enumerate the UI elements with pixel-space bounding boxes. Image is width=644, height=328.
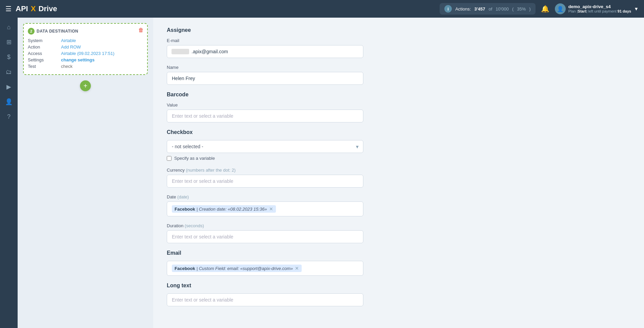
avatar: 👤 — [555, 3, 566, 14]
long-text-input[interactable] — [167, 293, 363, 306]
date-tag-info: | Creation date: «08.02.2023 15:36» — [197, 207, 267, 212]
system-label: System — [28, 38, 58, 43]
card-test-row: Test check — [28, 64, 143, 69]
card-number: 2 — [28, 28, 35, 35]
actions-total-value: 10'000 — [496, 6, 509, 12]
long-text-title: Long text — [167, 283, 630, 289]
checkbox-title: Checkbox — [167, 129, 630, 135]
long-text-field-group — [167, 293, 630, 306]
barcode-value-label: Value — [167, 102, 630, 108]
sidebar-item-home[interactable]: ⌂ — [2, 20, 16, 34]
actions-pct: ( — [512, 6, 514, 12]
sidebar-item-help[interactable]: ? — [2, 110, 16, 123]
main-layout: ⌂ ⊞ $ 🗂 ▶ 👤 ? 2 DATA DESTINATION 🗑 Syste… — [0, 18, 644, 328]
checkbox-select[interactable]: - not selected - — [167, 140, 363, 153]
left-panel: 2 DATA DESTINATION 🗑 System Airtable Act… — [18, 18, 153, 328]
topbar: ☰ APIXDrive i Actions: 3'457 of 10'000 (… — [0, 0, 644, 18]
email-field-group: E-mail — [167, 38, 630, 58]
actions-total: of — [488, 6, 492, 12]
card-system-row: System Airtable — [28, 38, 143, 43]
name-input[interactable] — [167, 72, 363, 85]
barcode-title: Barcode — [167, 92, 630, 98]
date-tag-close-icon[interactable]: ✕ — [269, 206, 273, 212]
actions-count: 3'457 — [474, 6, 485, 12]
name-label: Name — [167, 65, 630, 70]
specify-variable-checkbox[interactable] — [167, 156, 172, 161]
date-tag: Facebook | Creation date: «08.02.2023 15… — [172, 205, 276, 213]
app-logo: APIXDrive — [16, 4, 57, 13]
duration-title: Duration — [167, 223, 183, 228]
sidebar-item-dollar[interactable]: $ — [2, 50, 16, 64]
specify-variable-row: Specify as a variable — [167, 156, 363, 161]
right-panel: Assignee E-mail Name Barcode Value — [153, 18, 644, 328]
date-label: Date (date) — [167, 194, 630, 199]
card-action-row: Action Add ROW — [28, 44, 143, 50]
content-area: 2 DATA DESTINATION 🗑 System Airtable Act… — [18, 18, 644, 328]
sidebar: ⌂ ⊞ $ 🗂 ▶ 👤 ? — [0, 18, 18, 328]
access-label: Access — [28, 51, 58, 56]
change-settings-link[interactable]: change settings — [61, 57, 143, 62]
name-field-group: Name — [167, 65, 630, 85]
user-name: demo_apix-drive_s4 — [568, 4, 631, 9]
system-value: Airtable — [61, 38, 143, 43]
currency-field-group: Currency (numbers after the dot: 2) — [167, 168, 630, 188]
sidebar-item-play[interactable]: ▶ — [2, 80, 16, 94]
duration-label: Duration (seconds) — [167, 223, 630, 228]
email-tag: Facebook | Custom Field: email: «support… — [172, 265, 302, 272]
email-tag-input[interactable]: Facebook | Custom Field: email: «support… — [167, 261, 363, 276]
duration-input[interactable] — [167, 230, 363, 243]
test-label: Test — [28, 64, 58, 69]
email-tag-source: Facebook — [175, 266, 195, 271]
action-label: Action — [28, 44, 58, 50]
sidebar-item-briefcase[interactable]: 🗂 — [2, 65, 16, 79]
currency-input[interactable] — [167, 175, 363, 188]
barcode-input[interactable] — [167, 110, 363, 122]
date-tag-input[interactable]: Facebook | Creation date: «08.02.2023 15… — [167, 201, 363, 216]
settings-label: Settings — [28, 57, 58, 62]
email-field-title: Email — [167, 250, 630, 256]
info-icon: i — [444, 5, 452, 13]
card-settings-row: Settings change settings — [28, 57, 143, 62]
topbar-right: 🔔 👤 demo_apix-drive_s4 Plan |Start| left… — [541, 3, 639, 14]
hamburger-icon[interactable]: ☰ — [5, 5, 12, 13]
user-plan: Plan |Start| left until payment 91 days — [568, 9, 631, 14]
duration-sub: (seconds) — [185, 223, 204, 228]
user-section: 👤 demo_apix-drive_s4 Plan |Start| left u… — [555, 3, 639, 14]
email-tag-info: | Custom Field: email: «support@apix-dri… — [197, 266, 293, 271]
email-label: E-mail — [167, 38, 630, 43]
delete-icon[interactable]: 🗑 — [138, 27, 144, 33]
card-access-row: Access Airtable (09.02.2023 17:51) — [28, 51, 143, 56]
data-destination-card: 2 DATA DESTINATION 🗑 System Airtable Act… — [23, 23, 148, 75]
specify-variable-label[interactable]: Specify as a variable — [174, 156, 215, 161]
date-tag-source: Facebook — [175, 207, 195, 212]
access-value: Airtable (09.02.2023 17:51) — [61, 51, 143, 56]
email-input-wrapper — [167, 45, 363, 58]
checkbox-select-wrapper: - not selected - ▾ — [167, 140, 363, 153]
sidebar-item-grid[interactable]: ⊞ — [2, 35, 16, 49]
email-tag-field-group: Facebook | Custom Field: email: «support… — [167, 261, 630, 276]
action-value: Add ROW — [61, 44, 143, 50]
add-button[interactable]: + — [80, 80, 91, 91]
email-blur — [172, 49, 189, 54]
chevron-down-icon[interactable]: ▼ — [634, 6, 639, 12]
actions-label: Actions: — [455, 6, 471, 12]
test-value: check — [61, 64, 143, 69]
actions-badge: i Actions: 3'457 of 10'000 (35%) — [440, 3, 535, 15]
bell-icon[interactable]: 🔔 — [541, 5, 549, 13]
email-input[interactable] — [167, 45, 363, 58]
date-field-group: Date (date) Facebook | Creation date: «0… — [167, 194, 630, 216]
card-title: DATA DESTINATION — [37, 29, 78, 34]
currency-label: Currency (numbers after the dot: 2) — [167, 168, 630, 173]
duration-field-group: Duration (seconds) — [167, 223, 630, 243]
assignee-title: Assignee — [167, 27, 630, 33]
barcode-field-group: Value — [167, 102, 630, 122]
email-tag-close-icon[interactable]: ✕ — [295, 266, 299, 271]
checkbox-field-group: - not selected - ▾ Specify as a variable — [167, 140, 630, 161]
date-sub: (date) — [177, 194, 189, 199]
card-header: 2 DATA DESTINATION — [28, 28, 143, 35]
currency-title: Currency — [167, 168, 185, 173]
sidebar-item-user[interactable]: 👤 — [2, 95, 16, 109]
date-title: Date — [167, 194, 176, 199]
currency-sub: (numbers after the dot: 2) — [186, 168, 236, 173]
